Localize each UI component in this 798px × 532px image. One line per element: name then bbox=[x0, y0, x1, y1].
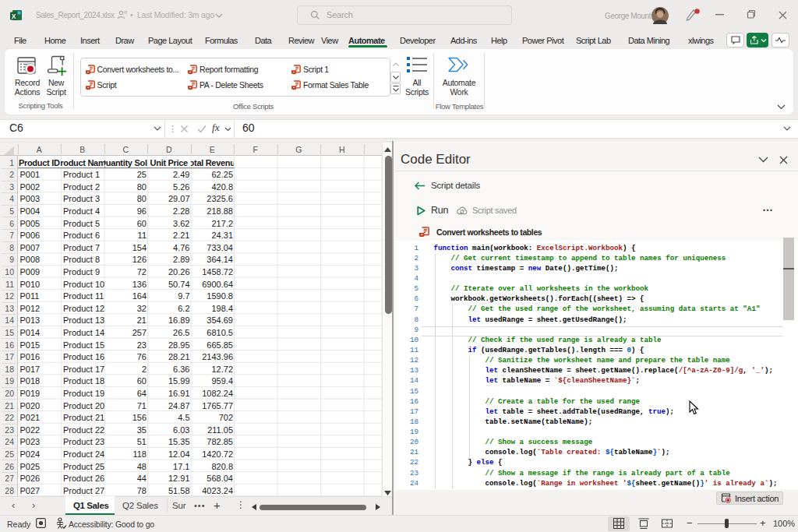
svg-text:X: X bbox=[12, 12, 16, 20]
svg-text:R: R bbox=[124, 10, 128, 15]
